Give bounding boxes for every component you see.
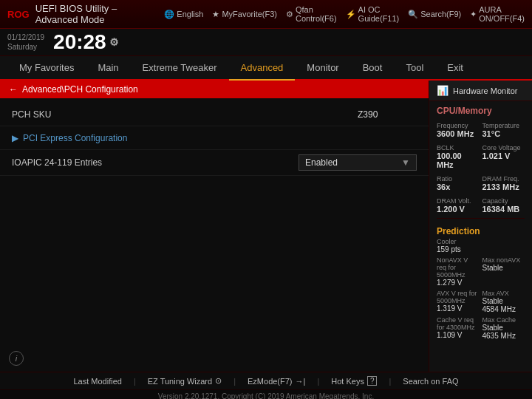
pred-avx-row: AVX V req for 5000MHz 1.319 V Max AVX St…: [437, 290, 525, 313]
breadcrumb[interactable]: ← Advanced\PCH Configuration: [0, 81, 429, 98]
hw-grid-row2: BCLK 100.00 MHz Core Voltage 1.021 V: [429, 140, 532, 171]
table-row: PCH SKU Z390: [0, 103, 429, 126]
qfan-btn[interactable]: ⚙ Qfan Control(F6): [286, 5, 337, 23]
search-faq-btn[interactable]: Search on FAQ: [391, 377, 470, 386]
time-display: 20:28 ⚙: [53, 30, 119, 54]
prediction-section: Prediction Cooler 159 pts NonAVX V req f…: [429, 222, 532, 344]
clock-bar: 01/12/2019 Saturday 20:28 ⚙: [0, 29, 532, 56]
dropdown-arrow-icon: ▼: [401, 157, 410, 168]
nav-main[interactable]: Main: [86, 56, 130, 79]
nav-tool[interactable]: Tool: [394, 56, 435, 79]
globe-icon: 🌐: [164, 10, 174, 19]
nav-monitor[interactable]: Monitor: [295, 56, 350, 79]
bios-title: UEFI BIOS Utility – Advanced Mode: [35, 3, 153, 25]
fan-icon: ⚙: [286, 10, 293, 19]
hw-monitor-header: 📊 Hardware Monitor: [429, 81, 532, 101]
ez-tuning-btn[interactable]: EZ Tuning Wizard ⊙: [136, 376, 233, 386]
info-button[interactable]: i: [9, 351, 24, 366]
nav-boot[interactable]: Boot: [351, 56, 395, 79]
main-layout: ← Advanced\PCH Configuration PCH SKU Z39…: [0, 81, 532, 372]
search-btn[interactable]: 🔍 Search(F9): [408, 10, 461, 19]
pci-express-section[interactable]: ▶ PCI Express Configuration: [0, 126, 429, 150]
pred-cooler-row: Cooler 159 pts: [437, 238, 525, 253]
title-bar: ROG UEFI BIOS Utility – Advanced Mode 🌐 …: [0, 0, 532, 29]
clock-settings-icon[interactable]: ⚙: [109, 36, 119, 48]
nav-advanced[interactable]: Advanced: [229, 56, 296, 81]
nav-extreme-tweaker[interactable]: Extreme Tweaker: [131, 56, 229, 79]
last-modified-btn[interactable]: Last Modified: [61, 377, 133, 386]
hw-grid-row1: Frequency 3600 MHz Temperature 31°C: [429, 117, 532, 140]
nav-exit[interactable]: Exit: [435, 56, 475, 79]
arrow-right-icon: →|: [296, 377, 306, 386]
config-table: PCH SKU Z390 ▶ PCI Express Configuration…: [0, 98, 429, 180]
hot-keys-btn[interactable]: Hot Keys ?: [319, 376, 389, 386]
hotkeys-badge: ?: [367, 376, 378, 386]
expand-icon: ▶: [12, 133, 18, 143]
ez-mode-btn[interactable]: EzMode(F7) →|: [236, 377, 317, 386]
tuning-icon: ⊙: [215, 376, 222, 386]
hardware-monitor: 📊 Hardware Monitor CPU/Memory Frequency …: [429, 81, 532, 372]
ioapic-row: IOAPIC 24-119 Entries Enabled ▼: [0, 150, 429, 176]
hw-divider: [437, 218, 525, 219]
aura-btn[interactable]: ✦ AURA ON/OFF(F4): [470, 5, 525, 23]
aura-icon: ✦: [470, 10, 477, 19]
content-area: ← Advanced\PCH Configuration PCH SKU Z39…: [0, 81, 429, 372]
pred-cache-row: Cache V req for 4300MHz 1.109 V Max Cach…: [437, 316, 525, 340]
content-wrapper: ← Advanced\PCH Configuration PCH SKU Z39…: [0, 81, 429, 372]
top-icons: 🌐 English ★ MyFavorite(F3) ⚙ Qfan Contro…: [164, 5, 525, 23]
english-btn[interactable]: 🌐 English: [164, 10, 203, 19]
footer-bar: Last Modified | EZ Tuning Wizard ⊙ | EzM…: [0, 372, 532, 389]
back-arrow-icon: ←: [9, 84, 18, 95]
aioc-btn[interactable]: ⚡ AI OC Guide(F11): [346, 5, 400, 23]
hw-grid-row3: Ratio 36x DRAM Freq. 2133 MHz: [429, 171, 532, 193]
version-bar: Version 2.20.1271. Copyright (C) 2019 Am…: [0, 389, 532, 399]
ioapic-dropdown[interactable]: Enabled ▼: [299, 154, 417, 171]
magnifier-icon: 🔍: [408, 10, 418, 19]
nav-my-favorites[interactable]: My Favorites: [7, 56, 86, 79]
pred-nonavx-row: NonAVX V req for 5000MHz 1.279 V Max non…: [437, 256, 525, 287]
hw-grid-row4: DRAM Volt. 1.200 V Capacity 16384 MB: [429, 193, 532, 215]
star-icon: ★: [212, 10, 219, 19]
rog-logo: ROG: [7, 9, 30, 20]
date-display: 01/12/2019 Saturday: [7, 33, 44, 52]
ai-icon: ⚡: [346, 10, 356, 19]
monitor-icon: 📊: [437, 85, 449, 96]
nav-bar: My Favorites Main Extreme Tweaker Advanc…: [0, 56, 532, 81]
cpu-memory-title: CPU/Memory: [429, 101, 532, 117]
myfavorite-btn[interactable]: ★ MyFavorite(F3): [212, 10, 277, 19]
